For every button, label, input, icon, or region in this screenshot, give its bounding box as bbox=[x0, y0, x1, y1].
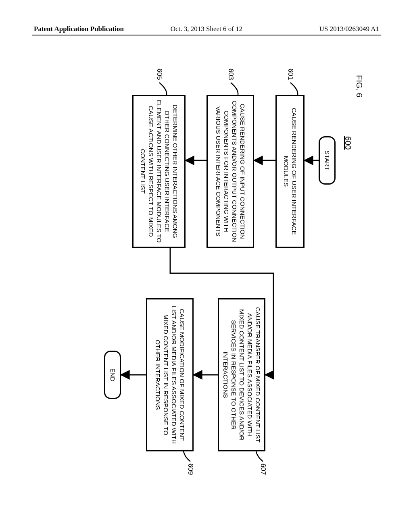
page-header: Patent Application Publication Oct. 3, 2… bbox=[0, 25, 413, 38]
page: Patent Application Publication Oct. 3, 2… bbox=[0, 0, 413, 532]
figure-ref: 600 bbox=[343, 136, 353, 150]
header-right: US 2013/0263049 A1 bbox=[319, 25, 379, 33]
start-terminator: START bbox=[319, 136, 336, 185]
figure-label: FIG. 6 bbox=[355, 75, 364, 98]
process-609: CAUSE MODIFICATION OF MIXED CONTENT LIST… bbox=[146, 298, 194, 451]
process-603: CAUSE RENDERING OF INPUT CONNECTION COMP… bbox=[206, 95, 254, 248]
ref-601: 601 bbox=[286, 69, 294, 80]
process-607: CAUSE TRANSFER OF MIXED CONTENT LIST AND… bbox=[218, 298, 265, 451]
ref-605: 605 bbox=[155, 69, 163, 80]
process-601: CAUSE RENDERING OF USER INTERFACE MODULE… bbox=[275, 95, 305, 248]
process-605: DETERMINE OTHER INTERACTIONS AMONG OTHER… bbox=[132, 95, 186, 248]
ref-607: 607 bbox=[259, 463, 267, 475]
figure-6: FIG. 6 600 START CAUSE RENDERING OF USER… bbox=[69, 60, 367, 488]
header-rule bbox=[32, 35, 381, 35]
ref-603: 603 bbox=[227, 69, 235, 80]
ref-609: 609 bbox=[186, 463, 194, 475]
end-terminator: END bbox=[104, 351, 121, 399]
